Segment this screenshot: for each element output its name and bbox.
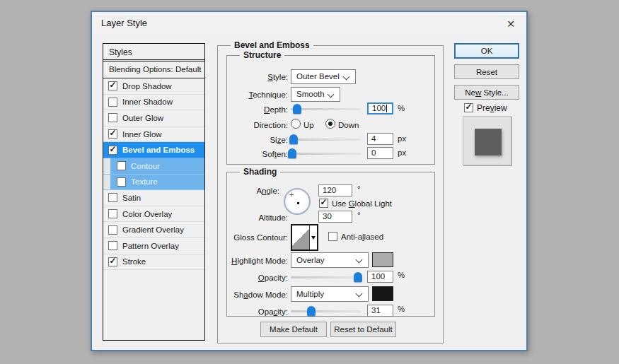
technique-dropdown-value: Smooth [296, 90, 325, 98]
depth-input[interactable]: 100 [367, 102, 393, 115]
angle-unit: ° [357, 184, 361, 193]
sidebar-item-label: Stroke [122, 257, 146, 266]
sidebar-item-bevel-and-emboss[interactable]: ✓ Bevel and Emboss [103, 142, 204, 158]
direction-up-radio[interactable] [291, 119, 301, 129]
highlight-color-swatch[interactable] [372, 252, 393, 267]
inner-glow-checkbox[interactable]: ✓ [108, 129, 117, 139]
outer-glow-checkbox[interactable] [108, 113, 117, 122]
sidebar-item-inner-shadow[interactable]: Inner Shadow [103, 95, 204, 111]
shadow-mode-value: Multiply [296, 290, 324, 298]
layer-style-dialog: Layer Style ✕ Styles Blending Options: D… [91, 11, 528, 351]
angle-marker-icon: + [289, 190, 294, 199]
make-default-button[interactable]: Make Default [260, 322, 327, 337]
altitude-label: Altitude: [227, 212, 288, 223]
highlight-opacity-thumb[interactable] [354, 272, 362, 282]
altitude-unit: ° [357, 211, 361, 219]
contour-checkbox[interactable] [117, 161, 126, 170]
sidebar-header-styles[interactable]: Styles [103, 44, 204, 61]
preview-checkbox[interactable]: ✓ [464, 103, 473, 112]
gloss-contour-thumbnail [292, 225, 309, 249]
bevel-emboss-checkbox[interactable]: ✓ [108, 146, 117, 155]
sidebar-item-label: Drop Shadow [122, 82, 172, 90]
angle-input[interactable]: 120 [318, 184, 352, 196]
sidebar-item-contour[interactable]: Contour [103, 158, 204, 175]
technique-label: Technique: [227, 89, 288, 100]
ok-button[interactable]: OK [454, 43, 519, 59]
sidebar-item-blending-options[interactable]: Blending Options: Default [103, 61, 204, 78]
shadow-opacity-unit: % [398, 305, 405, 313]
sidebar-item-satin[interactable]: Satin [103, 190, 204, 206]
inner-shadow-checkbox[interactable] [108, 98, 117, 107]
preview-label: Preview [477, 102, 507, 114]
size-label: Size: [227, 134, 288, 146]
technique-dropdown[interactable]: Smooth [291, 87, 340, 102]
reset-button[interactable]: Reset [454, 64, 519, 79]
color-overlay-checkbox[interactable] [108, 209, 117, 218]
soften-slider-thumb[interactable] [288, 148, 296, 158]
depth-label: Depth: [227, 104, 288, 115]
chevron-down-icon [343, 74, 350, 81]
soften-input[interactable]: 0 [367, 147, 393, 159]
style-label: Style: [227, 71, 288, 83]
shading-legend: Shading [240, 167, 280, 177]
desktop-background: Layer Style ✕ Styles Blending Options: D… [0, 0, 619, 364]
sidebar-item-gradient-overlay[interactable]: Gradient Overlay [103, 222, 204, 238]
angle-center-dot [297, 202, 299, 204]
sidebar-item-color-overlay[interactable]: Color Overlay [103, 206, 204, 223]
direction-label: Direction: [227, 119, 288, 131]
style-dropdown[interactable]: Outer Bevel [291, 69, 356, 84]
depth-slider-thumb[interactable] [293, 104, 301, 114]
texture-checkbox[interactable] [117, 177, 126, 187]
sidebar-item-texture[interactable]: Texture [103, 175, 204, 191]
sidebar-item-label: Contour [131, 162, 160, 170]
shadow-opacity-thumb[interactable] [307, 306, 316, 316]
drop-shadow-checkbox[interactable]: ✓ [108, 81, 117, 90]
sidebar-item-label: Satin [122, 194, 141, 202]
size-input[interactable]: 4 [367, 133, 393, 145]
dropdown-arrow-icon[interactable] [309, 225, 317, 249]
highlight-opacity-track[interactable] [291, 276, 361, 278]
sidebar-item-pattern-overlay[interactable]: Pattern Overlay [103, 238, 204, 254]
use-global-light-checkbox[interactable]: ✓ [319, 199, 328, 208]
gradient-overlay-checkbox[interactable] [108, 225, 117, 235]
satin-checkbox[interactable] [108, 193, 117, 202]
close-icon[interactable]: ✕ [504, 17, 518, 31]
direction-down-radio[interactable] [325, 119, 335, 129]
anti-aliased-checkbox[interactable] [328, 232, 337, 241]
sidebar-item-drop-shadow[interactable]: ✓ Drop Shadow [103, 78, 204, 95]
sidebar-item-label: Outer Glow [122, 114, 163, 122]
highlight-opacity-input[interactable]: 100 [367, 271, 393, 283]
gloss-contour-picker[interactable] [291, 224, 318, 251]
direction-up-label: Up [303, 119, 314, 131]
sidebar-item-inner-glow[interactable]: ✓ Inner Glow [103, 127, 204, 143]
size-slider-track[interactable] [291, 139, 361, 141]
depth-slider-track[interactable] [291, 108, 361, 110]
sidebar-item-stroke[interactable]: ✓ Stroke [103, 254, 204, 271]
shadow-mode-dropdown[interactable]: Multiply [291, 286, 369, 302]
stroke-checkbox[interactable]: ✓ [108, 257, 117, 266]
style-preview-thumbnail [463, 116, 511, 165]
highlight-opacity-label: Opacity: [227, 272, 288, 283]
styles-sidebar: Styles Blending Options: Default ✓ Drop … [103, 43, 205, 341]
altitude-input[interactable]: 30 [318, 211, 352, 223]
panel-legend: Bevel and Emboss [231, 40, 313, 50]
sidebar-item-outer-glow[interactable]: Outer Glow [103, 110, 204, 127]
title-bar[interactable]: Layer Style ✕ [92, 12, 526, 35]
new-style-button[interactable]: New Style... [454, 85, 519, 100]
shadow-color-swatch[interactable] [372, 286, 393, 301]
soften-slider-track[interactable] [291, 153, 361, 155]
highlight-mode-dropdown[interactable]: Overlay [291, 252, 369, 268]
shadow-opacity-track[interactable] [291, 310, 361, 312]
size-slider-thumb[interactable] [289, 134, 298, 144]
pattern-overlay-checkbox[interactable] [108, 241, 117, 250]
reset-to-default-button[interactable]: Reset to Default [330, 322, 396, 337]
gloss-contour-label: Gloss Contour: [227, 232, 288, 243]
style-dropdown-value: Outer Bevel [296, 72, 340, 81]
shadow-opacity-input[interactable]: 31 [367, 305, 393, 317]
size-unit: px [398, 134, 406, 143]
sidebar-item-label: Inner Glow [122, 130, 162, 139]
preview-square [475, 129, 502, 155]
sidebar-item-label: Pattern Overlay [122, 242, 179, 250]
anti-aliased-label: Anti-aliased [341, 231, 383, 242]
angle-dial[interactable]: + [284, 188, 311, 215]
